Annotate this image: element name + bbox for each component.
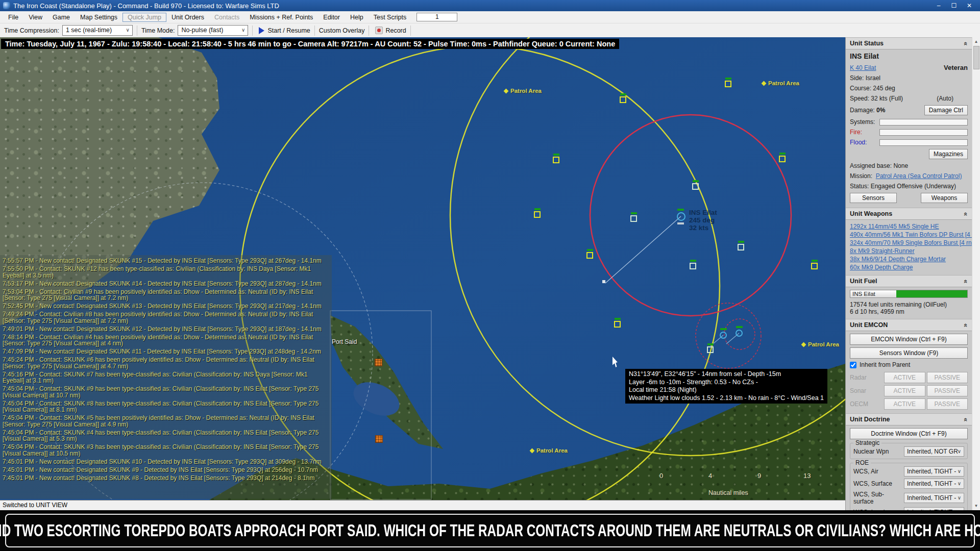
ins-eilat-unit-icon[interactable] [677, 212, 685, 221]
custom-overlay-button[interactable]: Custom Overlay [319, 27, 365, 34]
unit-weapons-header[interactable]: Unit Weapons « [846, 208, 972, 220]
menu-view[interactable]: View [23, 13, 47, 22]
surface-contact-icon[interactable] [553, 157, 559, 163]
course-leader-line [605, 216, 681, 283]
weapon-link[interactable]: 324x 40mm/70 Mk9 Single Bofors Burst [4 … [850, 239, 968, 247]
sonar-active-button[interactable]: ACTIVE [884, 385, 925, 396]
log-message: 7:45:01 PM - New contact! Designated SKU… [3, 467, 329, 473]
weapon-link[interactable]: 1292x 114mm/45 Mk5 Single HE [850, 222, 968, 231]
menu-file[interactable]: File [3, 13, 23, 22]
menu-help[interactable]: Help [345, 13, 369, 22]
surface-contact-icon[interactable] [586, 252, 593, 259]
wcs-subsurface-select[interactable]: Inherited, TIGHT - ∨ [904, 493, 964, 503]
weapon-link[interactable]: 38x Mk6/9/14 Depth Charge Mortar [850, 255, 968, 263]
surface-contact-icon[interactable] [620, 96, 626, 103]
surface-contact-icon[interactable] [534, 211, 541, 218]
unit-fuel-header[interactable]: Unit Fuel « [846, 275, 972, 287]
chevron-down-icon: ∨ [241, 27, 245, 33]
nuclear-wpn-select[interactable]: Inherited, NOT GR ∨ [904, 446, 964, 457]
menu-missions-ref-points[interactable]: Missions + Ref. Points [244, 13, 318, 22]
test-scripts-counter[interactable]: 1 [416, 13, 457, 21]
collapse-icon[interactable]: « [962, 323, 970, 327]
neutral-contact-icon[interactable] [738, 244, 744, 251]
inherit-from-parent-label: Inherit from Parent [860, 361, 910, 368]
weapon-link[interactable]: 8x Mk9 Straight-Runner [850, 247, 968, 255]
radar-active-button[interactable]: ACTIVE [884, 372, 925, 383]
flood-label: Flood: [850, 139, 879, 146]
menu-map-settings[interactable]: Map Settings [75, 13, 122, 22]
message-log[interactable]: 7:55:57 PM - New contact! Designated SKU… [0, 255, 332, 499]
title-bar: The Iron Coast (Standalone Play) - Comma… [0, 0, 980, 11]
oecm-passive-button[interactable]: PASSIVE [927, 398, 968, 410]
unit-emcon-header[interactable]: Unit EMCON « [846, 319, 972, 331]
unit-status-header[interactable]: Unit Status « [846, 37, 972, 49]
toolbar-divider [252, 26, 253, 36]
inherit-from-parent-checkbox[interactable] [850, 362, 856, 368]
collapse-icon[interactable]: « [962, 41, 970, 45]
vertical-scrollbar[interactable]: ▲ ▼ [972, 37, 980, 510]
menu-game[interactable]: Game [47, 13, 75, 22]
neutral-contact-icon[interactable] [630, 215, 637, 222]
radar-passive-button[interactable]: PASSIVE [927, 372, 968, 383]
time-mode-select[interactable]: No-pulse (fast) ∨ [178, 25, 248, 36]
record-label: Record [385, 27, 406, 34]
collapse-icon[interactable]: « [962, 279, 970, 283]
minimize-button[interactable]: – [931, 2, 946, 9]
collapse-icon[interactable]: « [962, 212, 970, 215]
tooltip-line: Layer -6m to -10m - Strength: 0.53 - No … [629, 379, 824, 387]
wcs-surface-select[interactable]: Inherited, TIGHT - ∨ [904, 479, 964, 489]
scroll-down-icon[interactable]: ▼ [974, 502, 978, 510]
weapon-link[interactable]: 60x Mk9 Depth Charge [850, 263, 968, 271]
weapon-link[interactable]: 490x 40mm/56 Mk1 Twin Bofors DP Burst [4… [850, 231, 968, 239]
app-icon [3, 2, 10, 9]
chevron-down-icon: ∨ [958, 481, 961, 486]
unit-label: INS Eilat 245 deg 32 kts [689, 209, 717, 232]
toolbar-divider [410, 26, 411, 36]
installation-icon[interactable] [375, 435, 383, 443]
maximize-button[interactable]: ☐ [946, 2, 962, 9]
sensors-window-button[interactable]: Sensors Window (F9) [850, 347, 968, 359]
sonar-passive-button[interactable]: PASSIVE [927, 385, 968, 396]
neutral-contact-icon[interactable] [707, 346, 714, 353]
time-compression-label: Time Compression: [4, 27, 59, 34]
menu-test-scripts[interactable]: Test Scripts [369, 13, 412, 22]
menu-contacts[interactable]: Contacts [209, 13, 244, 22]
escort-torpedo-boat-icon[interactable] [720, 332, 727, 339]
tooltip-line: Local time 21:58 (Night) [629, 386, 824, 394]
waypoint-marker[interactable] [602, 280, 605, 283]
unit-class-link[interactable]: K 40 Eilat [850, 64, 876, 71]
tactical-map[interactable]: Time: Tuesday, July 11, 1967 - Zulu: 19:… [0, 37, 845, 500]
surface-contact-icon[interactable] [779, 156, 786, 162]
menu-editor[interactable]: Editor [318, 13, 345, 22]
surface-contact-icon[interactable] [614, 321, 621, 328]
escort-torpedo-boat-icon[interactable] [736, 330, 743, 337]
wcs-air-select[interactable]: Inherited, TIGHT - ∨ [904, 466, 964, 477]
mission-link[interactable]: Patrol Area (Sea Control Patrol) [876, 172, 962, 180]
fuel-remaining: 17574 fuel units remaining (OilFuel) [850, 301, 968, 308]
scrollbar-thumb[interactable] [973, 46, 979, 69]
scroll-up-icon[interactable]: ▲ [974, 37, 978, 46]
unit-status-panel: INS Eilat K 40 Eilat Veteran Side: Israe… [846, 49, 972, 208]
start-resume-button[interactable]: Start / Resume [257, 27, 310, 34]
emcon-window-button[interactable]: EMCON Window (Ctrl + F9) [850, 334, 968, 345]
magazines-button[interactable]: Magazines [929, 149, 968, 159]
record-button[interactable]: Record [373, 27, 406, 34]
neutral-contact-icon[interactable] [690, 263, 696, 269]
unit-label-speed: 32 kts [689, 224, 717, 232]
neutral-contact-icon[interactable] [692, 183, 699, 190]
close-button[interactable]: ✕ [962, 2, 977, 9]
surface-contact-icon[interactable] [725, 81, 731, 87]
menu-unit-orders[interactable]: Unit Orders [166, 13, 209, 22]
surface-contact-icon[interactable] [811, 263, 818, 269]
installation-icon[interactable] [375, 359, 382, 366]
unit-doctrine-header[interactable]: Unit Doctrine « [846, 413, 972, 425]
sonar-label: Sonar [850, 387, 883, 394]
weapons-button[interactable]: Weapons [921, 193, 968, 203]
collapse-icon[interactable]: « [962, 417, 970, 421]
damage-ctrl-button[interactable]: Damage Ctrl [924, 105, 968, 115]
menu-quick-jump[interactable]: Quick Jump [122, 13, 166, 22]
oecm-active-button[interactable]: ACTIVE [884, 398, 925, 410]
sensors-button[interactable]: Sensors [850, 193, 897, 203]
time-compression-select[interactable]: 1 sec (real-time) ∨ [62, 25, 133, 36]
doctrine-window-button[interactable]: Doctrine Window (Ctrl + F9) [850, 428, 968, 439]
